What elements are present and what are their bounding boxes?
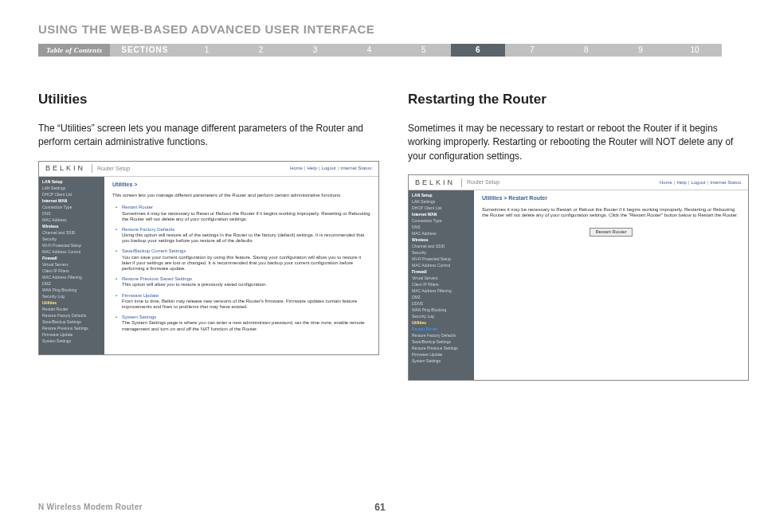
section-link-8[interactable]: 8 xyxy=(559,44,613,57)
sidebar-item[interactable]: LAN Setup xyxy=(409,192,474,198)
sidebar-item[interactable]: DHCP Client List xyxy=(39,191,104,198)
top-link[interactable]: Home xyxy=(660,180,672,185)
sidebar-item[interactable]: Wireless xyxy=(409,237,474,243)
sidebar-item[interactable]: DNS xyxy=(39,210,104,217)
sidebar-item[interactable]: Virtual Servers xyxy=(409,275,474,281)
section-link-5[interactable]: 5 xyxy=(397,44,451,57)
sidebar-item[interactable]: Wi-Fi Protected Setup xyxy=(39,242,104,248)
sidebar-item[interactable]: Channel and SSID xyxy=(409,243,474,249)
sidebar-item[interactable]: Virtual Servers xyxy=(39,261,104,268)
sidebar-item[interactable]: Client IP Filters xyxy=(409,281,474,288)
sidebar-item[interactable]: LAN Settings xyxy=(409,198,474,205)
sidebar-item[interactable]: Wireless xyxy=(39,223,104,229)
section-link-10[interactable]: 10 xyxy=(668,44,722,57)
utility-item-title[interactable]: System Settings xyxy=(122,315,370,320)
page-header: USING THE WEB-BASED ADVANCED USER INTERF… xyxy=(38,22,722,36)
sidebar-item[interactable]: System Settings xyxy=(39,338,104,344)
utility-item-title[interactable]: Firmware Update xyxy=(122,293,370,299)
sidebar-item[interactable]: Firewall xyxy=(409,268,474,275)
section-link-6[interactable]: 6 xyxy=(451,44,505,57)
utility-item: Save/Backup Current SettingsYou can save… xyxy=(122,248,370,272)
top-link[interactable]: Internet Status: xyxy=(710,180,742,185)
sidebar-item[interactable]: Restart Router xyxy=(39,306,104,312)
sidebar-item[interactable]: WAN Ping Blocking xyxy=(39,287,104,293)
top-link[interactable]: Logout xyxy=(321,166,335,170)
page-number: 61 xyxy=(374,502,385,513)
sidebar-item[interactable]: Utilities xyxy=(39,299,104,306)
section-link-1[interactable]: 1 xyxy=(179,44,233,57)
utility-item-desc: This option will allow you to restore a … xyxy=(122,282,370,288)
sidebar-item[interactable]: MAC Address xyxy=(39,217,104,223)
sidebar-item[interactable]: Save/Backup Settings xyxy=(409,338,474,345)
top-link[interactable]: Help xyxy=(676,180,686,185)
sidebar-item[interactable]: Restore Previous Settings xyxy=(39,325,104,331)
sidebar-item[interactable]: Utilities xyxy=(409,319,474,326)
sidebar-item[interactable]: Channel and SSID xyxy=(39,229,104,236)
sidebar-item[interactable]: LAN Setup xyxy=(39,178,104,185)
sidebar-item[interactable]: Client IP Filters xyxy=(39,268,104,274)
sidebar-item[interactable]: DDNS xyxy=(409,300,474,307)
top-link[interactable]: Logout xyxy=(691,180,705,185)
sidebar-item[interactable]: Connection Type xyxy=(39,204,104,210)
sidebar-item[interactable]: Save/Backup Settings xyxy=(39,319,104,325)
sidebar-item[interactable]: Internet WAN xyxy=(39,198,104,204)
section-link-4[interactable]: 4 xyxy=(343,44,397,57)
utility-item: Restore Previous Saved SettingsThis opti… xyxy=(122,276,370,288)
sidebar-item[interactable]: LAN Settings xyxy=(39,185,104,191)
sidebar-item[interactable]: WAN Ping Blocking xyxy=(409,307,474,313)
utility-item: Restart RouterSometimes it may be necess… xyxy=(122,205,370,222)
utility-item-title[interactable]: Restart Router xyxy=(122,205,370,210)
sidebar-item[interactable]: MAC Address Control xyxy=(39,248,104,255)
sidebar-item[interactable]: Security xyxy=(39,236,104,242)
utility-item-title[interactable]: Save/Backup Current Settings xyxy=(122,248,370,254)
sidebar-item[interactable]: Internet WAN xyxy=(409,211,474,217)
sidebar-item[interactable]: DNS xyxy=(409,224,474,230)
sidebar-item[interactable]: Firmware Update xyxy=(39,331,104,338)
sidebar-item[interactable]: MAC Address Control xyxy=(409,262,474,268)
footer-product: N Wireless Modem Router xyxy=(38,503,143,511)
toc-link[interactable]: Table of Contents xyxy=(38,44,110,57)
sidebar-item[interactable]: Firmware Update xyxy=(409,351,474,358)
sidebar-item[interactable]: Restore Factory Defaults xyxy=(39,312,104,319)
sidebar-item[interactable]: DHCP Client List xyxy=(409,205,474,211)
breadcrumb: Utilities > Restart Router xyxy=(482,195,740,201)
utility-item-title[interactable]: Restore Factory Defaults xyxy=(122,227,370,233)
top-link[interactable]: Help xyxy=(307,166,316,170)
router-sidebar[interactable]: LAN SetupLAN SettingsDHCP Client ListInt… xyxy=(39,177,104,354)
section-link-9[interactable]: 9 xyxy=(613,44,668,57)
utilities-heading: Utilities xyxy=(38,92,379,108)
top-links[interactable]: Home|Help|Logout|Internet Status: xyxy=(289,166,378,171)
sidebar-item[interactable]: Security Log xyxy=(39,293,104,299)
sidebar-item[interactable]: System Settings xyxy=(409,358,474,364)
restart-body: Sometimes it may be necessary to restart… xyxy=(408,122,749,163)
right-column: Restarting the Router Sometimes it may b… xyxy=(408,92,749,381)
sidebar-item[interactable]: Firewall xyxy=(39,255,104,261)
section-link-3[interactable]: 3 xyxy=(288,44,343,57)
restart-router-button[interactable]: Restart Router xyxy=(590,228,632,237)
utility-item-title[interactable]: Restore Previous Saved Settings xyxy=(122,276,370,282)
top-links[interactable]: Home|Help|Logout|Internet Status: xyxy=(659,180,748,186)
sidebar-item[interactable]: Wi-Fi Protected Setup xyxy=(409,256,474,262)
sidebar-item[interactable]: Restore Previous Settings xyxy=(409,345,474,351)
sidebar-item[interactable]: Security Log xyxy=(409,313,474,319)
sidebar-item[interactable]: Security xyxy=(409,249,474,256)
router-setup-label: Router Setup xyxy=(462,179,659,186)
utility-item-desc: Sometimes it may be necessary to Reset o… xyxy=(122,211,370,222)
router-sidebar[interactable]: LAN SetupLAN SettingsDHCP Client ListInt… xyxy=(409,190,474,380)
sidebar-item[interactable]: DMZ xyxy=(409,294,474,300)
utility-item: Firmware UpdateFrom time to time, Belkin… xyxy=(122,293,370,311)
sidebar-item[interactable]: Restart Router xyxy=(409,326,474,332)
sections-label: SECTIONS xyxy=(110,44,179,57)
sidebar-item[interactable]: Restore Factory Defaults xyxy=(409,332,474,338)
top-link[interactable]: Internet Status: xyxy=(340,166,373,170)
utility-item-desc: Using this option will restore all of th… xyxy=(122,233,370,244)
sidebar-item[interactable]: Connection Type xyxy=(409,217,474,224)
sidebar-item[interactable]: DMZ xyxy=(39,280,104,287)
page-footer: N Wireless Modem Router 61 xyxy=(38,503,722,511)
sidebar-item[interactable]: MAC Address xyxy=(409,230,474,237)
sidebar-item[interactable]: MAC Address Filtering xyxy=(39,274,104,280)
sidebar-item[interactable]: MAC Address Filtering xyxy=(409,288,474,294)
top-link[interactable]: Home xyxy=(290,166,303,170)
section-link-7[interactable]: 7 xyxy=(505,44,559,57)
section-link-2[interactable]: 2 xyxy=(233,44,288,57)
